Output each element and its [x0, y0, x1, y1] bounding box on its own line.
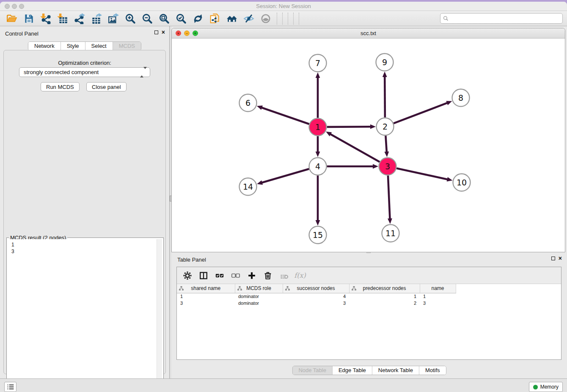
- show-columns-button[interactable]: [196, 269, 211, 282]
- network-canvas[interactable]: 7968124314101511: [172, 39, 565, 252]
- mcds-result-list[interactable]: 1 3: [8, 239, 162, 392]
- hide-details-button[interactable]: [240, 12, 257, 25]
- column-header-name[interactable]: name: [420, 284, 456, 293]
- task-history-button[interactable]: [4, 382, 17, 392]
- table-cell[interactable]: 3: [283, 300, 349, 306]
- zoom-selected-button[interactable]: [173, 12, 190, 25]
- empty-boxes-icon: [231, 271, 240, 280]
- edge-3-1[interactable]: [330, 134, 380, 162]
- export-network-button[interactable]: [71, 12, 88, 25]
- table-cell[interactable]: 3: [420, 300, 456, 306]
- criterion-value: strongly connected component: [24, 69, 99, 75]
- table-row[interactable]: 1dominator411: [177, 293, 456, 300]
- tab-network[interactable]: Network: [28, 42, 61, 50]
- column-header-shared-name[interactable]: shared name: [177, 284, 235, 293]
- status-bar: Memory: [0, 378, 567, 392]
- table-cell[interactable]: 3: [177, 300, 235, 306]
- column-label: predecessor nodes: [363, 285, 406, 291]
- edge-arrow-1-6: [257, 105, 263, 110]
- deselect-all-button[interactable]: [228, 269, 243, 282]
- close-panel-icon[interactable]: ×: [162, 30, 165, 34]
- tab-mcds[interactable]: MCDS: [113, 42, 141, 50]
- edge-2-8[interactable]: [394, 103, 448, 124]
- tab-node-table[interactable]: Node Table: [292, 366, 333, 375]
- column-label: shared name: [191, 285, 220, 291]
- apply-layout-button[interactable]: [190, 12, 206, 25]
- node-label-1: 1: [315, 122, 320, 132]
- columns-icon: [199, 271, 208, 280]
- column-header-MCDS-role[interactable]: MCDS role: [235, 284, 283, 293]
- criterion-dropdown[interactable]: strongly connected component: [19, 67, 150, 77]
- tab-style[interactable]: Style: [61, 42, 85, 50]
- edge-2-3[interactable]: [385, 135, 387, 152]
- first-neighbors-button[interactable]: [223, 12, 240, 25]
- close-panel-button[interactable]: Close panel: [86, 82, 127, 91]
- tab-select[interactable]: Select: [85, 42, 113, 50]
- table-delete-icon: [279, 271, 289, 280]
- edge-2-9[interactable]: [385, 76, 385, 118]
- search-box[interactable]: [440, 13, 563, 24]
- search-input[interactable]: [450, 16, 562, 22]
- show-details-button[interactable]: [257, 12, 274, 25]
- edge-arrow-2-8: [446, 101, 452, 105]
- table-cell[interactable]: 1: [177, 293, 235, 300]
- table-tabs: Node TableEdge TableNetwork TableMotifs: [292, 366, 446, 375]
- import-table-button[interactable]: [54, 12, 71, 25]
- add-column-button[interactable]: [245, 269, 259, 282]
- table-cell[interactable]: dominator: [235, 300, 283, 306]
- edge-1-6[interactable]: [261, 108, 309, 124]
- title-bar: Session: New Session: [0, 2, 567, 11]
- table-cell[interactable]: 2: [349, 300, 420, 306]
- float-panel-icon[interactable]: [154, 30, 158, 34]
- tab-network-table[interactable]: Network Table: [372, 366, 419, 375]
- export-table-button[interactable]: [88, 12, 105, 25]
- zoom-fit-button[interactable]: [156, 12, 173, 25]
- table-options-button[interactable]: [180, 269, 195, 282]
- select-all-button[interactable]: [212, 269, 227, 282]
- export-table-icon: [91, 13, 102, 24]
- window-title: Session: New Session: [0, 2, 567, 11]
- result-scrollbar[interactable]: [157, 239, 162, 392]
- save-session-button[interactable]: [20, 12, 37, 25]
- memory-status-icon: [533, 385, 538, 389]
- zoom-out-button[interactable]: [139, 12, 156, 25]
- clone-network-button[interactable]: [206, 12, 223, 25]
- tab-edge-table[interactable]: Edge Table: [333, 366, 372, 375]
- close-table-panel-icon[interactable]: ×: [559, 257, 562, 260]
- node-label-9: 9: [382, 58, 387, 67]
- table-cell[interactable]: 1: [349, 293, 420, 300]
- import-network-button[interactable]: [37, 12, 54, 25]
- edge-3-10[interactable]: [396, 168, 448, 179]
- node-label-14: 14: [243, 182, 253, 191]
- float-table-panel-icon[interactable]: [551, 257, 555, 260]
- table-row[interactable]: 3dominator323: [177, 300, 456, 306]
- node-label-7: 7: [315, 58, 320, 68]
- column-label: MCDS role: [246, 285, 271, 291]
- zoom-in-button[interactable]: [122, 12, 139, 25]
- import-table-icon: [57, 13, 68, 24]
- tab-motifs[interactable]: Motifs: [419, 366, 446, 375]
- table-cell[interactable]: dominator: [235, 293, 283, 300]
- node-label-15: 15: [313, 230, 323, 240]
- column-header-successor-nodes[interactable]: successor nodes: [283, 284, 349, 293]
- edge-3-11[interactable]: [388, 175, 390, 219]
- zoom-in-icon: [125, 13, 136, 24]
- run-mcds-button[interactable]: Run MCDS: [41, 82, 80, 91]
- delete-row-button[interactable]: [261, 269, 275, 282]
- table-cell[interactable]: 4: [283, 293, 349, 300]
- optimization-criterion-label: Optimization criterion:: [4, 60, 165, 66]
- open-session-button[interactable]: [3, 12, 20, 25]
- column-header-predecessor-nodes[interactable]: predecessor nodes: [349, 284, 420, 293]
- node-label-10: 10: [457, 178, 467, 187]
- toolbar-separator: [299, 13, 299, 25]
- export-image-button[interactable]: [105, 12, 122, 25]
- edge-4-14[interactable]: [261, 169, 309, 183]
- node-label-2: 2: [383, 122, 388, 131]
- network-window-titlebar[interactable]: × – + scc.txt: [172, 28, 565, 39]
- edge-arrow-2-9: [383, 72, 387, 77]
- table-cell[interactable]: 1: [420, 293, 456, 300]
- function-icon: f(x): [294, 271, 306, 279]
- edge-1-2[interactable]: [327, 127, 371, 127]
- memory-button[interactable]: Memory: [529, 382, 563, 392]
- toolbar-separator: [293, 13, 294, 25]
